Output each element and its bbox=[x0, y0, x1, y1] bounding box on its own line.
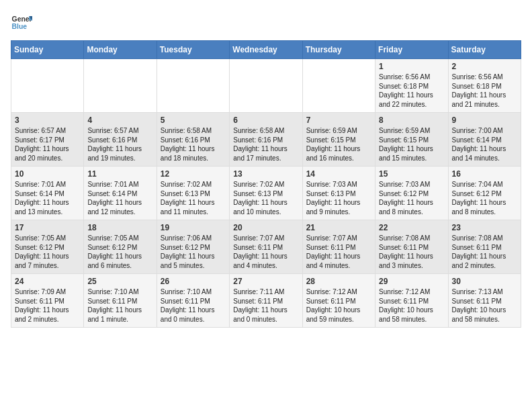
header-cell-thursday: Thursday bbox=[302, 41, 375, 59]
day-info: Sunrise: 7:12 AM Sunset: 6:11 PM Dayligh… bbox=[306, 287, 371, 324]
day-number: 10 bbox=[15, 169, 80, 179]
day-cell: 7Sunrise: 6:59 AM Sunset: 6:15 PM Daylig… bbox=[302, 113, 375, 167]
day-cell bbox=[230, 59, 302, 113]
day-cell: 16Sunrise: 7:04 AM Sunset: 6:12 PM Dayli… bbox=[448, 167, 521, 220]
day-cell bbox=[157, 59, 229, 113]
day-cell: 24Sunrise: 7:09 AM Sunset: 6:11 PM Dayli… bbox=[11, 274, 84, 328]
day-info: Sunrise: 7:02 AM Sunset: 6:13 PM Dayligh… bbox=[233, 180, 298, 216]
day-cell: 21Sunrise: 7:07 AM Sunset: 6:11 PM Dayli… bbox=[302, 220, 375, 274]
day-cell: 28Sunrise: 7:12 AM Sunset: 6:11 PM Dayli… bbox=[302, 274, 375, 328]
day-cell bbox=[11, 59, 84, 113]
day-number: 8 bbox=[379, 116, 444, 125]
week-row-1: 1Sunrise: 6:56 AM Sunset: 6:18 PM Daylig… bbox=[11, 59, 521, 113]
calendar-body: 1Sunrise: 6:56 AM Sunset: 6:18 PM Daylig… bbox=[11, 59, 521, 328]
day-cell: 6Sunrise: 6:58 AM Sunset: 6:16 PM Daylig… bbox=[230, 113, 302, 167]
day-number: 23 bbox=[452, 223, 517, 232]
header-cell-saturday: Saturday bbox=[448, 41, 521, 59]
day-cell: 17Sunrise: 7:05 AM Sunset: 6:12 PM Dayli… bbox=[11, 220, 84, 274]
header-cell-monday: Monday bbox=[84, 41, 157, 59]
day-number: 1 bbox=[379, 62, 444, 71]
day-info: Sunrise: 7:07 AM Sunset: 6:11 PM Dayligh… bbox=[233, 234, 298, 270]
day-number: 26 bbox=[161, 277, 226, 286]
day-number: 7 bbox=[306, 116, 371, 125]
day-cell: 12Sunrise: 7:02 AM Sunset: 6:13 PM Dayli… bbox=[157, 167, 229, 220]
week-row-2: 3Sunrise: 6:57 AM Sunset: 6:17 PM Daylig… bbox=[11, 113, 521, 167]
day-cell: 10Sunrise: 7:01 AM Sunset: 6:14 PM Dayli… bbox=[11, 167, 84, 220]
day-number: 18 bbox=[87, 223, 152, 232]
header-cell-friday: Friday bbox=[375, 41, 448, 59]
day-number: 30 bbox=[452, 277, 517, 286]
day-number: 13 bbox=[233, 169, 298, 179]
day-info: Sunrise: 7:05 AM Sunset: 6:12 PM Dayligh… bbox=[87, 234, 152, 270]
day-number: 15 bbox=[379, 169, 444, 179]
day-info: Sunrise: 7:08 AM Sunset: 6:11 PM Dayligh… bbox=[452, 234, 517, 270]
day-info: Sunrise: 6:59 AM Sunset: 6:15 PM Dayligh… bbox=[379, 126, 444, 163]
day-info: Sunrise: 7:08 AM Sunset: 6:11 PM Dayligh… bbox=[379, 234, 444, 270]
day-number: 3 bbox=[15, 116, 80, 125]
day-info: Sunrise: 7:05 AM Sunset: 6:12 PM Dayligh… bbox=[15, 234, 80, 270]
day-info: Sunrise: 6:58 AM Sunset: 6:16 PM Dayligh… bbox=[161, 126, 226, 163]
day-cell: 1Sunrise: 6:56 AM Sunset: 6:18 PM Daylig… bbox=[375, 59, 448, 113]
week-row-4: 17Sunrise: 7:05 AM Sunset: 6:12 PM Dayli… bbox=[11, 220, 521, 274]
day-info: Sunrise: 7:11 AM Sunset: 6:11 PM Dayligh… bbox=[233, 287, 298, 324]
day-number: 17 bbox=[15, 223, 80, 232]
day-cell: 8Sunrise: 6:59 AM Sunset: 6:15 PM Daylig… bbox=[375, 113, 448, 167]
day-cell: 14Sunrise: 7:03 AM Sunset: 6:13 PM Dayli… bbox=[302, 167, 375, 220]
day-cell bbox=[302, 59, 375, 113]
day-cell: 30Sunrise: 7:13 AM Sunset: 6:11 PM Dayli… bbox=[448, 274, 521, 328]
header-cell-wednesday: Wednesday bbox=[230, 41, 302, 59]
day-info: Sunrise: 6:57 AM Sunset: 6:16 PM Dayligh… bbox=[87, 126, 152, 163]
day-number: 20 bbox=[233, 223, 298, 232]
calendar-header: SundayMondayTuesdayWednesdayThursdayFrid… bbox=[11, 41, 521, 59]
day-number: 2 bbox=[452, 62, 517, 71]
day-cell: 13Sunrise: 7:02 AM Sunset: 6:13 PM Dayli… bbox=[230, 167, 302, 220]
day-number: 25 bbox=[87, 277, 152, 286]
day-number: 5 bbox=[161, 116, 226, 125]
week-row-3: 10Sunrise: 7:01 AM Sunset: 6:14 PM Dayli… bbox=[11, 167, 521, 220]
day-number: 16 bbox=[452, 169, 517, 179]
day-number: 4 bbox=[87, 116, 152, 125]
day-number: 19 bbox=[161, 223, 226, 232]
day-cell: 9Sunrise: 7:00 AM Sunset: 6:14 PM Daylig… bbox=[448, 113, 521, 167]
day-info: Sunrise: 7:01 AM Sunset: 6:14 PM Dayligh… bbox=[15, 180, 80, 216]
day-info: Sunrise: 6:59 AM Sunset: 6:15 PM Dayligh… bbox=[306, 126, 371, 163]
day-info: Sunrise: 7:00 AM Sunset: 6:14 PM Dayligh… bbox=[452, 126, 517, 163]
day-number: 27 bbox=[233, 277, 298, 286]
day-info: Sunrise: 7:03 AM Sunset: 6:13 PM Dayligh… bbox=[306, 180, 371, 216]
day-cell: 23Sunrise: 7:08 AM Sunset: 6:11 PM Dayli… bbox=[448, 220, 521, 274]
day-number: 29 bbox=[379, 277, 444, 286]
logo: General Blue bbox=[11, 11, 32, 32]
day-cell: 18Sunrise: 7:05 AM Sunset: 6:12 PM Dayli… bbox=[84, 220, 157, 274]
day-number: 24 bbox=[15, 277, 80, 286]
day-info: Sunrise: 7:01 AM Sunset: 6:14 PM Dayligh… bbox=[87, 180, 152, 216]
day-cell: 20Sunrise: 7:07 AM Sunset: 6:11 PM Dayli… bbox=[230, 220, 302, 274]
day-cell: 15Sunrise: 7:03 AM Sunset: 6:12 PM Dayli… bbox=[375, 167, 448, 220]
day-cell: 5Sunrise: 6:58 AM Sunset: 6:16 PM Daylig… bbox=[157, 113, 229, 167]
day-number: 14 bbox=[306, 169, 371, 179]
day-cell bbox=[84, 59, 157, 113]
day-info: Sunrise: 7:09 AM Sunset: 6:11 PM Dayligh… bbox=[15, 287, 80, 324]
day-cell: 2Sunrise: 6:56 AM Sunset: 6:18 PM Daylig… bbox=[448, 59, 521, 113]
calendar-table: SundayMondayTuesdayWednesdayThursdayFrid… bbox=[11, 40, 521, 328]
day-cell: 27Sunrise: 7:11 AM Sunset: 6:11 PM Dayli… bbox=[230, 274, 302, 328]
header-cell-tuesday: Tuesday bbox=[157, 41, 229, 59]
day-cell: 29Sunrise: 7:12 AM Sunset: 6:11 PM Dayli… bbox=[375, 274, 448, 328]
day-cell: 25Sunrise: 7:10 AM Sunset: 6:11 PM Dayli… bbox=[84, 274, 157, 328]
day-info: Sunrise: 7:06 AM Sunset: 6:12 PM Dayligh… bbox=[161, 234, 226, 270]
day-info: Sunrise: 7:07 AM Sunset: 6:11 PM Dayligh… bbox=[306, 234, 371, 270]
day-info: Sunrise: 7:04 AM Sunset: 6:12 PM Dayligh… bbox=[452, 180, 517, 216]
day-number: 28 bbox=[306, 277, 371, 286]
day-number: 22 bbox=[379, 223, 444, 232]
day-info: Sunrise: 7:03 AM Sunset: 6:12 PM Dayligh… bbox=[379, 180, 444, 216]
day-info: Sunrise: 7:13 AM Sunset: 6:11 PM Dayligh… bbox=[452, 287, 517, 324]
day-cell: 22Sunrise: 7:08 AM Sunset: 6:11 PM Dayli… bbox=[375, 220, 448, 274]
day-cell: 19Sunrise: 7:06 AM Sunset: 6:12 PM Dayli… bbox=[157, 220, 229, 274]
day-info: Sunrise: 7:12 AM Sunset: 6:11 PM Dayligh… bbox=[379, 287, 444, 324]
day-cell: 26Sunrise: 7:10 AM Sunset: 6:11 PM Dayli… bbox=[157, 274, 229, 328]
day-info: Sunrise: 6:56 AM Sunset: 6:18 PM Dayligh… bbox=[379, 73, 444, 109]
day-info: Sunrise: 6:58 AM Sunset: 6:16 PM Dayligh… bbox=[233, 126, 298, 163]
day-info: Sunrise: 7:10 AM Sunset: 6:11 PM Dayligh… bbox=[87, 287, 152, 324]
day-number: 9 bbox=[452, 116, 517, 125]
day-cell: 3Sunrise: 6:57 AM Sunset: 6:17 PM Daylig… bbox=[11, 113, 84, 167]
day-info: Sunrise: 6:56 AM Sunset: 6:18 PM Dayligh… bbox=[452, 73, 517, 109]
